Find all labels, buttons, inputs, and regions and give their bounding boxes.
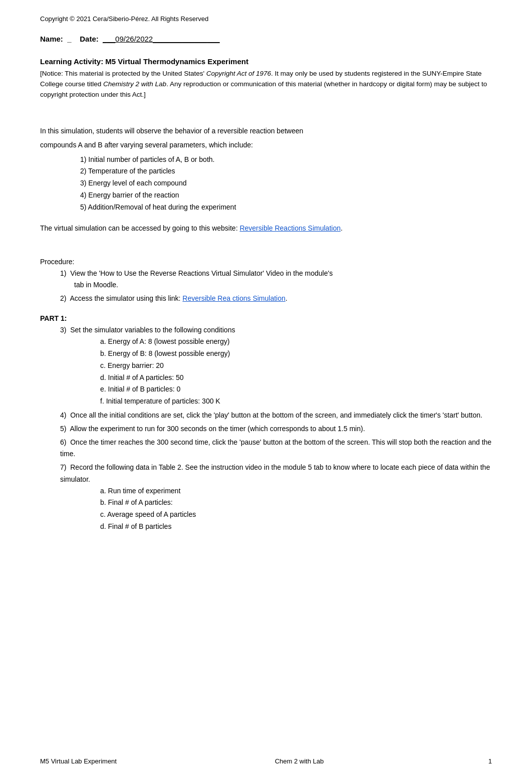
param-list: 1) Initial number of particles of A, B o… [80,154,492,214]
proc-step-1: 1) View the 'How to Use the Reverse Reac… [60,268,492,291]
list-item: f. Initial temperature of particles: 300… [100,396,492,408]
list-item: b. Energy of B: 8 (lowest possible energ… [100,348,492,360]
list-item: a. Run time of experiment [100,485,492,497]
notice-text-1: [Notice: This material is protected by t… [40,70,206,77]
footer-left: M5 Virtual Lab Experiment [40,757,117,765]
date-value: ___09/26/2022________________ [103,35,220,43]
page-number: 1 [482,757,492,765]
notice-block: [Notice: This material is protected by t… [40,69,492,100]
intro-para-2: compounds A and B after varying several … [40,139,492,150]
step-5: 5) Allow the experiment to run for 300 s… [60,423,492,435]
list-item: 3) Energy level of each compound [80,177,492,189]
page: Copyright © 2021 Cera/Siberio-Pérez. All… [0,0,532,780]
part1-list: 3) Set the simulator variables to the fo… [60,324,492,533]
proc-sim-link[interactable]: Reversible Rea ctions Simulation [182,294,285,302]
list-item: b. Final # of A particles: [100,497,492,509]
footer-center: Chem 2 with Lab [127,757,472,765]
list-item: 2) Temperature of the particles [80,165,492,177]
step-7-block: 7) Record the following data in Table 2.… [60,462,492,532]
name-underline: _ [67,35,71,43]
copyright-text: Copyright © 2021 Cera/Siberio-Pérez. All… [40,15,492,23]
sim-link-suffix: . [341,224,343,232]
list-item: d. Initial # of A particles: 50 [100,372,492,384]
step7-alpha-list: a. Run time of experiment b. Final # of … [100,485,492,533]
date-label: Date: [80,35,99,43]
name-label: Name [40,35,61,43]
sim-link-para: The virtual simulation can be accessed b… [40,223,492,234]
list-item: e. Initial # of B particles: 0 [100,383,492,396]
notice-italic-2: Chemistry 2 with Lab [103,80,166,88]
step3-alpha-list: a. Energy of A: 8 (lowest possible energ… [100,336,492,408]
proc-step-2: 2) Access the simulator using this link:… [60,293,492,304]
footer: M5 Virtual Lab Experiment Chem 2 with La… [40,757,492,765]
part1-label: PART 1: [40,314,492,322]
procedure-label: Procedure: [40,258,492,266]
list-item: d. Final # of B particles [100,521,492,533]
step-4: 4) Once all the initial conditions are s… [60,410,492,421]
notice-italic-1: Copyright Act of 1976 [206,70,271,77]
list-item: 4) Energy barrier of the reaction [80,189,492,202]
intro-para-1: In this simulation, students will observ… [40,125,492,136]
section-title: Learning Activity: M5 Virtual Thermodyna… [40,57,492,66]
sim-link[interactable]: Reversible Reactions Simulation [239,224,341,232]
name-date-line: Name: _ Date: ___09/26/2022_____________… [40,35,492,43]
sim-link-prefix: The virtual simulation can be accessed b… [40,224,239,232]
list-item: 1) Initial number of particles of A, B o… [80,154,492,166]
step-6: 6) Once the timer reaches the 300 second… [60,437,492,460]
procedure-list: 1) View the 'How to Use the Reverse Reac… [60,268,492,304]
list-item: c. Energy barrier: 20 [100,360,492,372]
proc-step-1-tab: tab in Moodle. [74,281,118,289]
step-3-block: 3) Set the simulator variables to the fo… [60,324,492,408]
list-item: c. Average speed of A particles [100,509,492,521]
list-item: 5) Addition/Removal of heat during the e… [80,202,492,214]
list-item: a. Energy of A: 8 (lowest possible energ… [100,336,492,348]
